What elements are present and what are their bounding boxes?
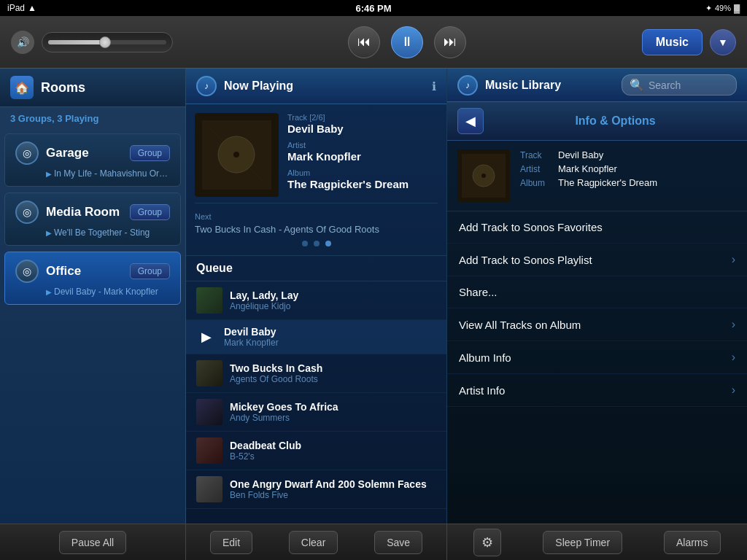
bottom-mid: Edit Clear Save	[186, 524, 447, 560]
playing-indicator: ▶	[196, 329, 217, 345]
edit-button[interactable]: Edit	[210, 531, 252, 554]
room-name-garage: Garage	[46, 146, 130, 160]
sleep-timer-button[interactable]: Sleep Timer	[543, 531, 622, 554]
album-name: The Ragpicker's Dream	[287, 178, 438, 190]
room-icon-office: ◎	[15, 260, 39, 283]
now-playing-card: Track [2/6] Devil Baby Artist Mark Knopf…	[186, 104, 446, 256]
page-dot-3	[325, 241, 331, 246]
queue-artist-6: Ben Folds Five	[230, 490, 436, 500]
info-icon[interactable]: ℹ	[432, 79, 436, 93]
room-item-office[interactable]: ◎ Office Group ▶Devil Baby - Mark Knopfl…	[4, 252, 181, 305]
next-button[interactable]: ⏭	[434, 26, 466, 58]
artist-name: Mark Knopfler	[287, 150, 438, 163]
queue-info-5: Deadbeat Club B-52's	[230, 440, 436, 462]
queue-item-6[interactable]: One Angry Dwarf And 200 Solemn Faces Ben…	[186, 470, 446, 509]
pause-all-button[interactable]: Pause All	[59, 531, 126, 554]
option-album-info[interactable]: Album Info ›	[447, 341, 747, 374]
back-button[interactable]: ◀	[457, 108, 484, 134]
room-item-garage[interactable]: ◎ Garage Group ▶In My Life - Mahavishnu …	[4, 133, 181, 187]
group-button-media-room[interactable]: Group	[130, 204, 170, 220]
queue-title-1: Lay, Lady, Lay	[230, 289, 436, 301]
album-art-info	[457, 149, 510, 202]
playing-panel: ♪ Now Playing ℹ Track [2/6] Devil Ba	[186, 69, 447, 524]
track-meta: Track Devil Baby Artist Mark Knopfler Al…	[520, 149, 737, 202]
queue-thumb-3	[196, 360, 222, 386]
home-icon: 🏠	[10, 76, 34, 99]
queue-title-6: One Angry Dwarf And 200 Solemn Faces	[230, 478, 436, 490]
option-share[interactable]: Share...	[447, 276, 747, 308]
meta-artist-label: Artist	[520, 164, 552, 174]
queue-info-3: Two Bucks In Cash Agents Of Good Roots	[230, 362, 436, 384]
option-label-artist-info: Artist Info	[459, 384, 505, 397]
gear-button[interactable]: ⚙	[473, 529, 501, 556]
queue-list: Lay, Lady, Lay Angélique Kidjo ▶ Devil B…	[186, 281, 446, 524]
volume-slider[interactable]	[42, 32, 173, 52]
main-content: 🏠 Rooms 3 Groups, 3 Playing ◎ Garage Gro…	[0, 69, 747, 524]
room-item-media-room[interactable]: ◎ Media Room Group ▶We'll Be Together - …	[4, 192, 181, 246]
time-display: 6:46 PM	[355, 3, 391, 14]
play-pause-button[interactable]: ⏸	[391, 26, 423, 58]
option-view-album-tracks[interactable]: View All Tracks on Album ›	[447, 308, 747, 341]
transport-controls: ⏮ ⏸ ⏭	[180, 26, 635, 58]
clear-button[interactable]: Clear	[289, 531, 338, 554]
queue-item-5[interactable]: Deadbeat Club B-52's	[186, 432, 446, 470]
playing-panel-header: ♪ Now Playing ℹ	[186, 69, 446, 104]
queue-artist-3: Agents Of Good Roots	[230, 374, 436, 384]
battery-icon: ▓	[734, 4, 740, 12]
meta-track-value: Devil Baby	[558, 149, 603, 160]
music-button[interactable]: Music	[642, 29, 703, 55]
queue-info-6: One Angry Dwarf And 200 Solemn Faces Ben…	[230, 478, 436, 500]
bottom-right: ⚙ Sleep Timer Alarms	[447, 524, 747, 560]
page-dot-1	[302, 241, 308, 246]
svg-point-8	[481, 174, 486, 178]
battery-level: 49%	[715, 4, 731, 12]
queue-section: Queue Lay, Lady, Lay Angélique Kidjo ▶ D…	[186, 256, 446, 524]
prev-button[interactable]: ⏮	[348, 26, 380, 58]
queue-thumb-6	[196, 476, 222, 502]
queue-item-4[interactable]: Mickey Goes To Africa Andy Summers	[186, 393, 446, 432]
dropdown-button[interactable]: ▼	[710, 29, 736, 55]
meta-album-label: Album	[520, 178, 552, 188]
now-playing-title: Now Playing	[224, 79, 425, 93]
group-button-office[interactable]: Group	[130, 263, 170, 279]
group-button-garage[interactable]: Group	[130, 145, 170, 161]
bluetooth-icon: ✦	[705, 4, 712, 13]
queue-item-1[interactable]: Lay, Lady, Lay Angélique Kidjo	[186, 281, 446, 320]
option-add-favorites[interactable]: Add Track to Sonos Favorites	[447, 211, 747, 244]
option-label-add-favorites: Add Track to Sonos Favorites	[459, 221, 603, 233]
queue-info-4: Mickey Goes To Africa Andy Summers	[230, 401, 436, 423]
option-label-share: Share...	[459, 286, 498, 298]
save-button[interactable]: Save	[374, 531, 422, 554]
queue-header: Queue	[186, 256, 446, 281]
next-track: Two Bucks In Cash - Agents Of Good Roots	[195, 224, 438, 235]
rooms-title: Rooms	[41, 80, 85, 96]
room-name-media-room: Media Room	[46, 205, 130, 219]
queue-info-1: Lay, Lady, Lay Angélique Kidjo	[230, 289, 436, 311]
playing-icon: ♪	[196, 76, 217, 96]
bottom-left: Pause All	[0, 524, 186, 560]
option-add-playlist[interactable]: Add Track to Sonos Playlist ›	[447, 244, 747, 276]
groups-playing-label: 3 Groups, 3 Playing	[0, 107, 185, 131]
queue-title-3: Two Bucks In Cash	[230, 362, 436, 374]
search-input[interactable]	[649, 79, 729, 91]
queue-item-2[interactable]: ▶ Devil Baby Mark Knopfler	[186, 320, 446, 354]
volume-icon[interactable]: 🔊	[11, 31, 34, 54]
option-chevron-4: ›	[732, 351, 735, 364]
queue-thumb-4	[196, 399, 222, 425]
transport-bar: 🔊 ⏮ ⏸ ⏭ Music ▼	[0, 16, 747, 69]
room-icon-garage: ◎	[15, 141, 39, 165]
artist-label: Artist	[287, 141, 438, 149]
queue-item-3[interactable]: Two Bucks In Cash Agents Of Good Roots	[186, 354, 446, 393]
library-icon: ♪	[457, 75, 478, 96]
search-box[interactable]: 🔍	[622, 74, 737, 96]
queue-artist-4: Andy Summers	[230, 413, 436, 423]
queue-thumb-1	[196, 287, 222, 314]
search-icon: 🔍	[630, 78, 644, 92]
page-dots	[195, 241, 438, 246]
alarms-button[interactable]: Alarms	[664, 531, 721, 554]
room-icon-media-room: ◎	[15, 201, 39, 224]
track-info-card: Track Devil Baby Artist Mark Knopfler Al…	[447, 141, 747, 211]
options-list: Add Track to Sonos Favorites Add Track t…	[447, 211, 747, 524]
option-artist-info[interactable]: Artist Info ›	[447, 374, 747, 407]
option-chevron-5: ›	[732, 384, 735, 397]
